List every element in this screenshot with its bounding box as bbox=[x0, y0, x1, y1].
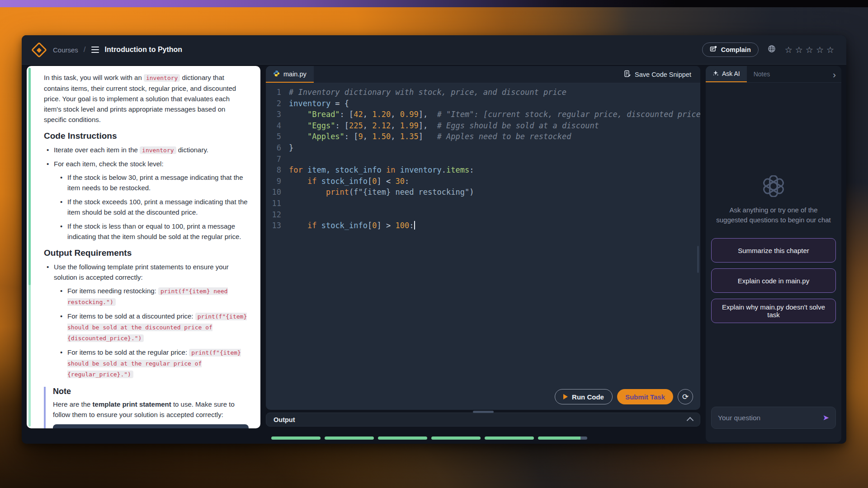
text-cursor bbox=[414, 221, 415, 230]
output-label: Output bbox=[274, 416, 295, 423]
top-purple-strip bbox=[0, 0, 868, 7]
ai-input-placeholder: Your question bbox=[718, 414, 760, 422]
ai-suggestion-button[interactable]: Summarize this chapter bbox=[711, 238, 836, 263]
code-line[interactable]: 5 "Apples": [9, 1.50, 1.35] # Apples nee… bbox=[266, 131, 700, 142]
tab-main-py[interactable]: main.py bbox=[266, 66, 314, 83]
menu-icon[interactable] bbox=[91, 47, 99, 53]
ai-tabbar: Ask AI Notes › bbox=[706, 66, 841, 83]
output-bar[interactable]: Output bbox=[266, 413, 700, 427]
ai-suggestion-button[interactable]: Explain why main.py doesn't solve task bbox=[711, 299, 836, 323]
breadcrumb[interactable]: Courses bbox=[53, 46, 78, 54]
inline-code: print(f"{item} should be sold at the dis… bbox=[67, 313, 247, 342]
submit-task-button[interactable]: Submit Task bbox=[617, 389, 673, 404]
send-question-icon[interactable]: ➤ bbox=[823, 413, 829, 422]
panel-resize-handle[interactable] bbox=[473, 411, 494, 413]
code-line[interactable]: 11 bbox=[266, 198, 700, 209]
editor-tabbar: main.py Save Code Snippet bbox=[266, 66, 700, 83]
code-line[interactable]: 7 bbox=[266, 154, 700, 165]
progress-segment bbox=[485, 436, 534, 440]
progress-segment bbox=[271, 436, 321, 440]
breadcrumb-separator: / bbox=[84, 45, 86, 54]
tab-ask-ai[interactable]: Ask AI bbox=[706, 66, 747, 82]
notes-label: Notes bbox=[754, 70, 770, 78]
window-content: In this task, you will work with an inve… bbox=[22, 65, 846, 444]
ask-ai-label: Ask AI bbox=[722, 70, 740, 77]
output-requirements-list: Use the following template print stateme… bbox=[44, 262, 249, 380]
code-line[interactable]: 13 if stock_info[0] > 100: bbox=[266, 220, 700, 231]
complain-button[interactable]: Complain bbox=[702, 42, 759, 57]
task-intro: In this task, you will work with an inve… bbox=[44, 72, 249, 125]
task-description-panel: In this task, you will work with an inve… bbox=[27, 66, 260, 428]
code-line[interactable]: 3 "Bread": [42, 1.20, 0.99], # "Item": [… bbox=[266, 109, 700, 120]
save-snippet-label: Save Code Snippet bbox=[635, 71, 691, 78]
ai-question-input[interactable]: Your question ➤ bbox=[711, 407, 836, 429]
star-icon[interactable]: ☆ bbox=[795, 45, 803, 55]
progress-segment bbox=[325, 436, 374, 440]
star-icon[interactable]: ☆ bbox=[806, 45, 814, 55]
app-header: Courses / Introduction to Python Complai… bbox=[22, 35, 846, 65]
code-line[interactable]: 8for item, stock_info in inventory.items… bbox=[266, 164, 700, 176]
star-icon[interactable]: ☆ bbox=[826, 45, 835, 55]
run-code-button[interactable]: Run Code bbox=[555, 389, 613, 404]
list-item: For items to be sold at a discounted pri… bbox=[67, 311, 249, 343]
globe-icon[interactable] bbox=[768, 45, 776, 55]
star-icon[interactable]: ☆ bbox=[785, 45, 793, 55]
code-editor: main.py Save Code Snippet 1# Inventory d… bbox=[266, 66, 700, 410]
output-requirements-heading: Output Requirements bbox=[44, 248, 249, 258]
editor-actions: Run Code Submit Task ⟳ bbox=[555, 389, 693, 404]
code-line[interactable]: 9 if stock_info[0] < 30: bbox=[266, 176, 700, 187]
run-code-label: Run Code bbox=[572, 393, 604, 401]
reset-code-button[interactable]: ⟳ bbox=[678, 389, 693, 404]
inline-code: inventory bbox=[144, 74, 180, 82]
inline-code: print(f"{item} need restocking.") bbox=[67, 287, 228, 306]
code-area[interactable]: 1# Inventory dictionary with stock, pric… bbox=[266, 83, 700, 410]
rating-stars[interactable]: ☆☆☆☆☆ bbox=[785, 45, 835, 55]
collapse-panel-chevron-icon[interactable]: › bbox=[833, 70, 841, 79]
list-item: If the stock is below 30, print a messag… bbox=[67, 172, 249, 193]
python-icon bbox=[273, 70, 280, 78]
note-title: Note bbox=[53, 387, 249, 396]
code-line[interactable]: 1# Inventory dictionary with stock, pric… bbox=[266, 87, 700, 98]
play-icon bbox=[563, 394, 568, 399]
complaint-icon bbox=[710, 46, 717, 54]
brand-logo-inner bbox=[37, 47, 42, 52]
list-item: For items needing restocking: print(f"{i… bbox=[67, 286, 249, 307]
brand-logo-icon[interactable] bbox=[31, 42, 47, 57]
progress-segment bbox=[378, 436, 427, 440]
collapse-output-icon[interactable] bbox=[687, 417, 694, 424]
progress-segment bbox=[431, 436, 481, 440]
inline-code: inventory bbox=[140, 146, 176, 154]
inline-code: print(f"{item} should be sold at the reg… bbox=[67, 349, 241, 378]
ai-suggestion-button[interactable]: Explain code in main.py bbox=[711, 268, 836, 293]
code-line[interactable]: 2inventory = { bbox=[266, 98, 700, 109]
ai-empty-state: Ask anything or try one of the suggested… bbox=[706, 175, 841, 225]
list-item: For each item, check the stock level:If … bbox=[54, 159, 249, 242]
tab-notes[interactable]: Notes bbox=[747, 66, 777, 82]
save-snippet-icon bbox=[624, 70, 631, 79]
code-instructions-heading: Code Instructions bbox=[44, 131, 249, 141]
code-line[interactable]: 10 print(f"{item} need restocking") bbox=[266, 187, 700, 198]
ask-ai-panel: Ask AI Notes › Ask anything or try one o… bbox=[706, 66, 841, 442]
note-block: Note Here are the template print stateme… bbox=[44, 387, 249, 428]
list-item: If the stock is less than or equal to 10… bbox=[67, 221, 249, 242]
openai-logo-icon bbox=[763, 175, 784, 200]
note-code-block: 1print(f"{item} need restocking.") bbox=[53, 424, 249, 428]
code-line[interactable]: 1print(f"{item} need restocking.") bbox=[59, 428, 242, 428]
task-panel-scrollbar-thumb[interactable] bbox=[28, 68, 31, 285]
ai-suggestions: Summarize this chapterExplain code in ma… bbox=[706, 238, 841, 323]
star-icon[interactable]: ☆ bbox=[816, 45, 824, 55]
refresh-icon: ⟳ bbox=[682, 392, 689, 402]
editor-scrollbar-thumb[interactable] bbox=[697, 246, 699, 273]
list-item: Iterate over each item in the inventory … bbox=[54, 145, 249, 155]
tab-label: main.py bbox=[283, 70, 307, 78]
code-line[interactable]: 4 "Eggs": [225, 2.12, 1.99], # Eggs shou… bbox=[266, 120, 700, 131]
sparkle-icon bbox=[712, 70, 719, 78]
code-line[interactable]: 6} bbox=[266, 142, 700, 154]
header-actions: Complain ☆☆☆☆☆ bbox=[702, 42, 835, 57]
list-item: Use the following template print stateme… bbox=[54, 262, 249, 380]
page-title: Introduction to Python bbox=[105, 46, 183, 54]
complain-label: Complain bbox=[721, 46, 751, 53]
save-code-snippet-button[interactable]: Save Code Snippet bbox=[621, 70, 700, 79]
list-item: If the stock exceeds 100, print a messag… bbox=[67, 197, 249, 217]
code-line[interactable]: 12 bbox=[266, 209, 700, 221]
